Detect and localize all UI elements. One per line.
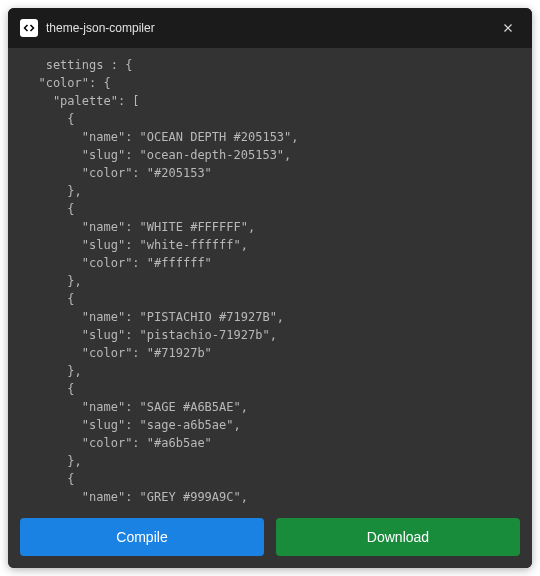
content-area: settings : { "color": { "palette": [ { "…: [8, 48, 532, 508]
close-icon: [501, 21, 515, 35]
footer: Compile Download: [8, 508, 532, 568]
close-button[interactable]: [496, 16, 520, 40]
titlebar: theme-json-compiler: [8, 8, 532, 48]
app-icon: [20, 19, 38, 37]
app-window: theme-json-compiler settings : { "color"…: [8, 8, 532, 568]
code-viewer: settings : { "color": { "palette": [ { "…: [8, 48, 532, 508]
compile-button[interactable]: Compile: [20, 518, 264, 556]
app-title: theme-json-compiler: [46, 21, 488, 35]
download-button[interactable]: Download: [276, 518, 520, 556]
